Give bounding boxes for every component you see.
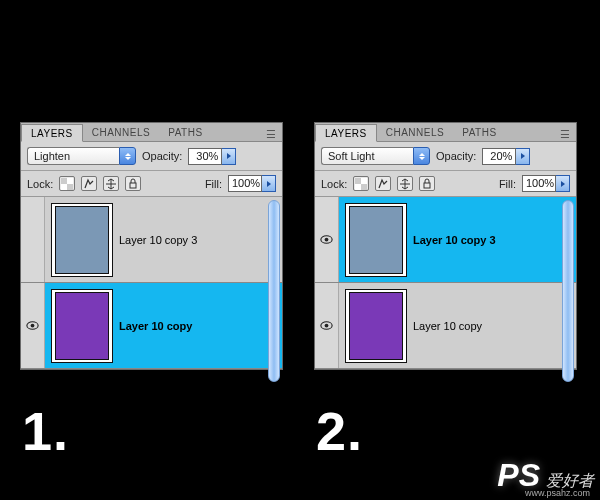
lock-label: Lock: bbox=[27, 178, 53, 190]
lock-transparency-icon[interactable] bbox=[59, 176, 75, 191]
panel-tabs: LAYERS CHANNELS PATHS ☰ bbox=[315, 123, 576, 142]
layer-name[interactable]: Layer 10 copy bbox=[413, 320, 482, 332]
layer-row[interactable]: Layer 10 copy bbox=[315, 283, 576, 369]
fill-value: 100% bbox=[228, 175, 262, 192]
fill-flyout-icon bbox=[262, 175, 276, 192]
opacity-label: Opacity: bbox=[142, 150, 182, 162]
visibility-toggle[interactable] bbox=[315, 197, 339, 282]
scrollbar[interactable] bbox=[268, 200, 280, 382]
svg-rect-2 bbox=[67, 178, 73, 184]
layer-name[interactable]: Layer 10 copy 3 bbox=[119, 234, 197, 246]
tab-layers[interactable]: LAYERS bbox=[21, 124, 83, 142]
tab-paths[interactable]: PATHS bbox=[159, 124, 211, 140]
layer-thumbnail[interactable] bbox=[345, 289, 407, 363]
svg-point-15 bbox=[325, 324, 329, 328]
fill-flyout-icon bbox=[556, 175, 570, 192]
blend-mode-dropdown-icon bbox=[119, 147, 136, 165]
layers-panel-1: LAYERS CHANNELS PATHS ☰ Lighten Opacity:… bbox=[20, 122, 283, 370]
layer-thumbnail[interactable] bbox=[51, 203, 113, 277]
panel-menu-icon[interactable]: ☰ bbox=[266, 128, 276, 138]
opacity-flyout-icon bbox=[222, 148, 236, 165]
figure-number-1: 1. bbox=[22, 400, 69, 462]
watermark-url: www.psahz.com bbox=[525, 488, 590, 498]
fill-label: Fill: bbox=[205, 178, 222, 190]
lock-label: Lock: bbox=[321, 178, 347, 190]
panel-tabs: LAYERS CHANNELS PATHS ☰ bbox=[21, 123, 282, 142]
visibility-toggle[interactable] bbox=[315, 283, 339, 368]
svg-rect-1 bbox=[67, 184, 73, 190]
fill-input[interactable]: 100% bbox=[522, 175, 570, 192]
opacity-value: 30% bbox=[188, 148, 222, 165]
eye-icon bbox=[319, 232, 334, 247]
fill-label: Fill: bbox=[499, 178, 516, 190]
tab-layers[interactable]: LAYERS bbox=[315, 124, 377, 142]
tab-channels[interactable]: CHANNELS bbox=[83, 124, 159, 140]
layer-row[interactable]: Layer 10 copy bbox=[21, 283, 282, 369]
svg-rect-11 bbox=[424, 183, 430, 188]
lock-position-icon[interactable] bbox=[397, 176, 413, 191]
layer-name[interactable]: Layer 10 copy 3 bbox=[413, 234, 496, 246]
lock-all-icon[interactable] bbox=[125, 176, 141, 191]
fill-input[interactable]: 100% bbox=[228, 175, 276, 192]
lock-position-icon[interactable] bbox=[103, 176, 119, 191]
blend-opacity-row: Lighten Opacity: 30% bbox=[21, 142, 282, 171]
blend-mode-select[interactable]: Lighten bbox=[27, 147, 136, 165]
lock-pixels-icon[interactable] bbox=[81, 176, 97, 191]
opacity-value: 20% bbox=[482, 148, 516, 165]
figure-number-2: 2. bbox=[316, 400, 363, 462]
svg-rect-8 bbox=[361, 184, 367, 190]
blend-opacity-row: Soft Light Opacity: 20% bbox=[315, 142, 576, 171]
lock-transparency-icon[interactable] bbox=[353, 176, 369, 191]
blend-mode-dropdown-icon bbox=[413, 147, 430, 165]
blend-mode-value: Lighten bbox=[27, 147, 119, 165]
lock-pixels-icon[interactable] bbox=[375, 176, 391, 191]
blend-mode-value: Soft Light bbox=[321, 147, 413, 165]
layer-row[interactable]: Layer 10 copy 3 bbox=[21, 197, 282, 283]
opacity-flyout-icon bbox=[516, 148, 530, 165]
layer-row[interactable]: Layer 10 copy 3 bbox=[315, 197, 576, 283]
eye-icon bbox=[319, 318, 334, 333]
visibility-toggle[interactable] bbox=[21, 197, 45, 282]
blend-mode-select[interactable]: Soft Light bbox=[321, 147, 430, 165]
svg-rect-4 bbox=[130, 183, 136, 188]
svg-rect-10 bbox=[355, 184, 361, 190]
lock-all-icon[interactable] bbox=[419, 176, 435, 191]
eye-icon bbox=[25, 318, 40, 333]
tab-channels[interactable]: CHANNELS bbox=[377, 124, 453, 140]
layer-list: Layer 10 copy 3 Layer 10 copy bbox=[21, 197, 282, 369]
opacity-input[interactable]: 30% bbox=[188, 148, 236, 165]
layer-thumbnail[interactable] bbox=[51, 289, 113, 363]
opacity-input[interactable]: 20% bbox=[482, 148, 530, 165]
tab-paths[interactable]: PATHS bbox=[453, 124, 505, 140]
layers-panel-2: LAYERS CHANNELS PATHS ☰ Soft Light Opaci… bbox=[314, 122, 577, 370]
svg-point-13 bbox=[325, 238, 329, 242]
layer-list: Layer 10 copy 3 Layer 10 copy bbox=[315, 197, 576, 369]
svg-rect-0 bbox=[61, 178, 67, 184]
lock-fill-row: Lock: Fill: 100% bbox=[21, 171, 282, 197]
panel-menu-icon[interactable]: ☰ bbox=[560, 128, 570, 138]
fill-value: 100% bbox=[522, 175, 556, 192]
opacity-label: Opacity: bbox=[436, 150, 476, 162]
layer-name[interactable]: Layer 10 copy bbox=[119, 320, 192, 332]
lock-fill-row: Lock: Fill: 100% bbox=[315, 171, 576, 197]
layer-thumbnail[interactable] bbox=[345, 203, 407, 277]
scrollbar[interactable] bbox=[562, 200, 574, 382]
svg-point-6 bbox=[31, 324, 35, 328]
svg-rect-9 bbox=[361, 178, 367, 184]
visibility-toggle[interactable] bbox=[21, 283, 45, 368]
svg-rect-7 bbox=[355, 178, 361, 184]
svg-rect-3 bbox=[61, 184, 67, 190]
